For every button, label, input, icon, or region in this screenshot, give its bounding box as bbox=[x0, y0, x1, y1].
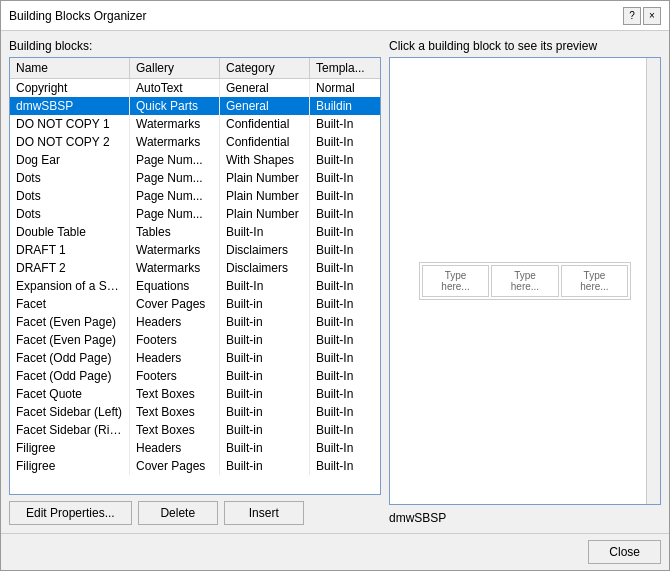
preview-cell-2: Type here... bbox=[491, 265, 558, 297]
td-category: Built-in bbox=[220, 457, 310, 475]
td-template: Built-In bbox=[310, 349, 380, 367]
td-category: Built-In bbox=[220, 277, 310, 295]
td-name: Facet (Even Page) bbox=[10, 313, 130, 331]
td-template: Built-In bbox=[310, 331, 380, 349]
td-name: Facet (Odd Page) bbox=[10, 367, 130, 385]
table-row[interactable]: Facet (Even Page)FootersBuilt-inBuilt-In bbox=[10, 331, 380, 349]
td-gallery: Footers bbox=[130, 331, 220, 349]
table-row[interactable]: Facet (Even Page)HeadersBuilt-inBuilt-In bbox=[10, 313, 380, 331]
table-row[interactable]: Double TableTablesBuilt-InBuilt-In bbox=[10, 223, 380, 241]
td-gallery: Equations bbox=[130, 277, 220, 295]
td-name: DRAFT 1 bbox=[10, 241, 130, 259]
preview-name: dmwSBSP bbox=[389, 511, 661, 525]
right-panel: Click a building block to see its previe… bbox=[389, 39, 661, 525]
table-row[interactable]: Facet (Odd Page)FootersBuilt-inBuilt-In bbox=[10, 367, 380, 385]
td-gallery: Cover Pages bbox=[130, 457, 220, 475]
td-template: Built-In bbox=[310, 223, 380, 241]
delete-button[interactable]: Delete bbox=[138, 501, 218, 525]
td-name: dmwSBSP bbox=[10, 97, 130, 115]
td-gallery: Watermarks bbox=[130, 115, 220, 133]
td-gallery: Page Num... bbox=[130, 187, 220, 205]
preview-table: Type here... Type here... Type here... bbox=[419, 262, 631, 300]
preview-label: Click a building block to see its previe… bbox=[389, 39, 661, 53]
td-name: DRAFT 2 bbox=[10, 259, 130, 277]
th-category: Category bbox=[220, 58, 310, 78]
td-name: Dog Ear bbox=[10, 151, 130, 169]
close-title-button[interactable]: × bbox=[643, 7, 661, 25]
table-row[interactable]: DRAFT 1WatermarksDisclaimersBuilt-In bbox=[10, 241, 380, 259]
table-row[interactable]: DotsPage Num...Plain NumberBuilt-In bbox=[10, 187, 380, 205]
td-gallery: Headers bbox=[130, 349, 220, 367]
td-category: Built-in bbox=[220, 439, 310, 457]
table-row[interactable]: DO NOT COPY 1WatermarksConfidentialBuilt… bbox=[10, 115, 380, 133]
td-gallery: Text Boxes bbox=[130, 385, 220, 403]
table-body[interactable]: CopyrightAutoTextGeneralNormaldmwSBSPQui… bbox=[10, 79, 380, 494]
td-category: Plain Number bbox=[220, 205, 310, 223]
td-category: Plain Number bbox=[220, 169, 310, 187]
table-row[interactable]: DRAFT 2WatermarksDisclaimersBuilt-In bbox=[10, 259, 380, 277]
table-row[interactable]: DotsPage Num...Plain NumberBuilt-In bbox=[10, 205, 380, 223]
table-row[interactable]: CopyrightAutoTextGeneralNormal bbox=[10, 79, 380, 97]
td-template: Built-In bbox=[310, 439, 380, 457]
table-row[interactable]: FiligreeCover PagesBuilt-inBuilt-In bbox=[10, 457, 380, 475]
table-row[interactable]: Facet QuoteText BoxesBuilt-inBuilt-In bbox=[10, 385, 380, 403]
td-name: Dots bbox=[10, 205, 130, 223]
td-template: Built-In bbox=[310, 457, 380, 475]
td-category: Built-in bbox=[220, 421, 310, 439]
insert-button[interactable]: Insert bbox=[224, 501, 304, 525]
td-category: Built-in bbox=[220, 349, 310, 367]
table-header: Name Gallery Category Templa... bbox=[10, 58, 380, 79]
td-name: Filigree bbox=[10, 457, 130, 475]
td-name: Dots bbox=[10, 169, 130, 187]
td-gallery: Cover Pages bbox=[130, 295, 220, 313]
preview-scrollbar[interactable] bbox=[646, 58, 660, 504]
td-category: Built-in bbox=[220, 331, 310, 349]
td-name: Filigree bbox=[10, 439, 130, 457]
td-template: Built-In bbox=[310, 259, 380, 277]
td-name: Double Table bbox=[10, 223, 130, 241]
table-row[interactable]: FacetCover PagesBuilt-inBuilt-In bbox=[10, 295, 380, 313]
table-row[interactable]: Dog EarPage Num...With ShapesBuilt-In bbox=[10, 151, 380, 169]
title-bar: Building Blocks Organizer ? × bbox=[1, 1, 669, 31]
content-area: Building blocks: Name Gallery Category T… bbox=[1, 31, 669, 533]
left-panel: Building blocks: Name Gallery Category T… bbox=[9, 39, 381, 525]
td-gallery: AutoText bbox=[130, 79, 220, 97]
td-name: Facet Quote bbox=[10, 385, 130, 403]
td-category: Built-in bbox=[220, 313, 310, 331]
table-row[interactable]: FiligreeHeadersBuilt-inBuilt-In bbox=[10, 439, 380, 457]
td-category: Disclaimers bbox=[220, 259, 310, 277]
table-row[interactable]: DotsPage Num...Plain NumberBuilt-In bbox=[10, 169, 380, 187]
td-name: DO NOT COPY 2 bbox=[10, 133, 130, 151]
td-category: General bbox=[220, 79, 310, 97]
help-button[interactable]: ? bbox=[623, 7, 641, 25]
td-template: Built-In bbox=[310, 313, 380, 331]
footer: Close bbox=[1, 533, 669, 570]
table-row[interactable]: Facet Sidebar (Right)Text BoxesBuilt-inB… bbox=[10, 421, 380, 439]
td-template: Built-In bbox=[310, 151, 380, 169]
table-row[interactable]: Facet (Odd Page)HeadersBuilt-inBuilt-In bbox=[10, 349, 380, 367]
th-template: Templa... bbox=[310, 58, 380, 78]
building-blocks-label: Building blocks: bbox=[9, 39, 381, 53]
td-gallery: Page Num... bbox=[130, 151, 220, 169]
td-category: Built-in bbox=[220, 295, 310, 313]
td-gallery: Watermarks bbox=[130, 259, 220, 277]
preview-box: Type here... Type here... Type here... bbox=[389, 57, 661, 505]
edit-properties-button[interactable]: Edit Properties... bbox=[9, 501, 132, 525]
td-template: Buildin bbox=[310, 97, 380, 115]
td-category: Disclaimers bbox=[220, 241, 310, 259]
close-button[interactable]: Close bbox=[588, 540, 661, 564]
td-category: With Shapes bbox=[220, 151, 310, 169]
td-template: Built-In bbox=[310, 403, 380, 421]
td-template: Built-In bbox=[310, 277, 380, 295]
table-row[interactable]: DO NOT COPY 2WatermarksConfidentialBuilt… bbox=[10, 133, 380, 151]
th-name: Name bbox=[10, 58, 130, 78]
building-blocks-dialog: Building Blocks Organizer ? × Building b… bbox=[0, 0, 670, 571]
td-name: Dots bbox=[10, 187, 130, 205]
table-row[interactable]: Expansion of a SumEquationsBuilt-InBuilt… bbox=[10, 277, 380, 295]
td-gallery: Tables bbox=[130, 223, 220, 241]
dialog-title: Building Blocks Organizer bbox=[9, 9, 146, 23]
td-template: Built-In bbox=[310, 295, 380, 313]
table-row[interactable]: Facet Sidebar (Left)Text BoxesBuilt-inBu… bbox=[10, 403, 380, 421]
table-row[interactable]: dmwSBSPQuick PartsGeneralBuildin bbox=[10, 97, 380, 115]
bottom-buttons: Edit Properties... Delete Insert bbox=[9, 501, 381, 525]
